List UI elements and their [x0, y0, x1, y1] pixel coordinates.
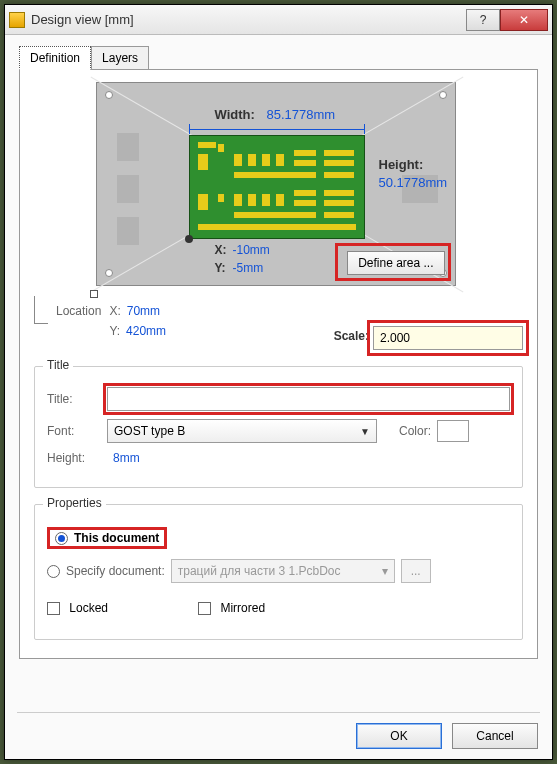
title-height-value[interactable]: 8mm: [113, 451, 140, 465]
height-label: Height:: [379, 157, 424, 172]
specify-document-value: траций для части 3 1.PcbDoc: [178, 564, 341, 578]
properties-legend: Properties: [43, 496, 106, 510]
properties-group: Properties This document Specify documen…: [34, 504, 523, 640]
close-button[interactable]: ✕: [500, 9, 548, 31]
title-field-label: Title:: [47, 392, 107, 406]
specify-document-label: Specify document:: [66, 564, 165, 578]
footer-separator: [17, 712, 540, 713]
origin-y-label: Y:: [215, 261, 226, 275]
title-legend: Title: [43, 358, 73, 372]
color-label: Color:: [399, 424, 431, 438]
define-area-button[interactable]: Define area ...: [347, 251, 444, 275]
mirrored-label: Mirrored: [220, 601, 265, 615]
tab-panel-definition: Width: 85.1778mm Height: 50.1778mm X: -1…: [19, 69, 538, 659]
preview-block: [117, 175, 139, 203]
preview-area[interactable]: Width: 85.1778mm Height: 50.1778mm X: -1…: [96, 82, 456, 286]
corner-handle[interactable]: [105, 269, 113, 277]
corner-handle[interactable]: [105, 91, 113, 99]
titlebar[interactable]: Design view [mm] ? ✕: [5, 5, 552, 35]
origin-y-value: -5mm: [233, 261, 264, 275]
width-label: Width:: [215, 107, 255, 122]
tabstrip: Definition Layers: [19, 45, 538, 69]
width-dimension-line: [189, 129, 365, 130]
origin-marker: [185, 235, 193, 243]
radio-specify-document[interactable]: [47, 565, 60, 578]
location-x-value[interactable]: 70mm: [127, 304, 160, 318]
title-input[interactable]: [107, 387, 510, 411]
cancel-button[interactable]: Cancel: [452, 723, 538, 749]
locked-label: Locked: [69, 601, 108, 615]
scale-input[interactable]: [373, 326, 523, 350]
chevron-down-icon: ▾: [382, 564, 388, 578]
chevron-down-icon: ▼: [360, 426, 370, 437]
tab-layers[interactable]: Layers: [91, 46, 149, 70]
this-document-label: This document: [74, 531, 159, 545]
checkbox-mirrored[interactable]: [198, 602, 211, 615]
width-value: 85.1778mm: [267, 107, 336, 122]
ok-button[interactable]: OK: [356, 723, 442, 749]
location-x-label: X:: [109, 304, 120, 318]
location-y-value[interactable]: 420mm: [126, 324, 166, 338]
browse-button: ...: [401, 559, 431, 583]
title-height-label: Height:: [47, 451, 107, 465]
pcb-preview: [189, 135, 365, 239]
preview-area-wrap: Width: 85.1778mm Height: 50.1778mm X: -1…: [96, 82, 462, 292]
location-handle[interactable]: [90, 290, 98, 298]
font-label: Font:: [47, 424, 107, 438]
corner-handle[interactable]: [439, 91, 447, 99]
origin-x-value: -10mm: [233, 243, 270, 257]
preview-block: [117, 133, 139, 161]
title-group: Title Title: Font: GOST type B ▼ Color:: [34, 366, 523, 488]
font-value: GOST type B: [114, 424, 185, 438]
location-label: Location: [56, 304, 101, 338]
dialog-window: Design view [mm] ? ✕ Definition Layers: [4, 4, 553, 760]
font-combo[interactable]: GOST type B ▼: [107, 419, 377, 443]
checkbox-locked[interactable]: [47, 602, 60, 615]
tab-definition[interactable]: Definition: [19, 46, 91, 70]
height-value: 50.1778mm: [379, 175, 448, 190]
specify-document-combo: траций для части 3 1.PcbDoc ▾: [171, 559, 395, 583]
location-y-label: Y:: [109, 324, 120, 338]
preview-block: [117, 217, 139, 245]
scale-label: Scale:: [334, 329, 369, 343]
origin-x-label: X:: [215, 243, 227, 257]
color-swatch[interactable]: [437, 420, 469, 442]
app-icon: [9, 12, 25, 28]
window-title: Design view [mm]: [31, 12, 466, 27]
radio-this-document[interactable]: [55, 532, 68, 545]
help-button[interactable]: ?: [466, 9, 500, 31]
